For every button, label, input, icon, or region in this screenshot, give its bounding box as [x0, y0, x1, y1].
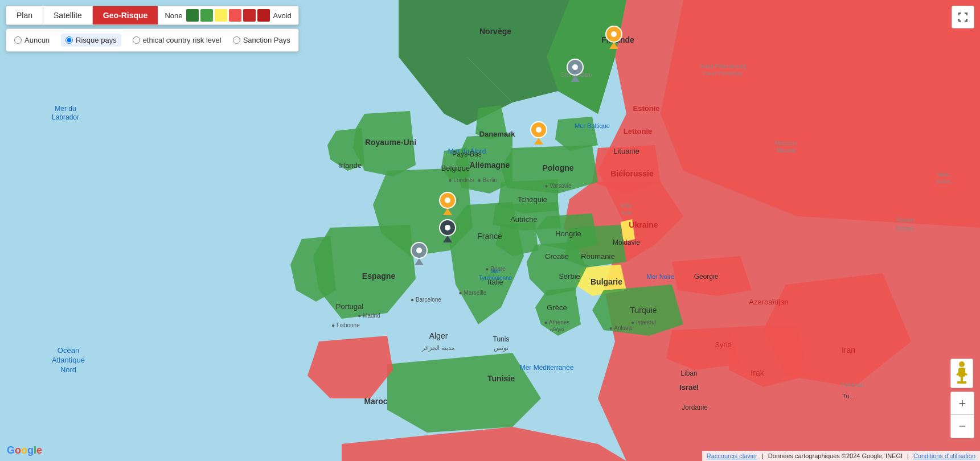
radio-ethical-input[interactable]: [133, 36, 140, 44]
svg-text:Estonie: Estonie: [633, 104, 660, 113]
svg-text:Syrie: Syrie: [715, 340, 732, 349]
map-footer: Raccourcis clavier | Données cartographi…: [702, 451, 980, 461]
legend-colors: [186, 9, 270, 22]
svg-text:● Ankara: ● Ankara: [609, 325, 632, 331]
svg-text:Liban: Liban: [680, 369, 697, 377]
svg-point-126: [445, 225, 450, 230]
color-dark-red: [243, 9, 256, 22]
svg-text:Ieka...: Ieka...: [937, 171, 953, 178]
svg-text:● Istanbul: ● Istanbul: [631, 319, 656, 326]
svg-text:Moscou: Moscou: [775, 139, 797, 146]
svg-text:Казань: Казань: [896, 225, 915, 232]
tab-satellite[interactable]: Satellite: [43, 6, 93, 24]
svg-text:Tchéquie: Tchéquie: [518, 195, 547, 204]
svg-text:Mer Méditerranée: Mer Méditerranée: [520, 364, 574, 372]
map-container: Océan Atlantique Nord Mer du Labrador Me…: [0, 0, 980, 461]
svg-point-117: [611, 31, 617, 37]
svg-point-120: [536, 127, 542, 133]
svg-text:Київ: Київ: [621, 210, 632, 216]
zoom-in-button[interactable]: +: [951, 392, 974, 415]
footer-map-data: Données cartographiques ©2024 Google, IN…: [768, 452, 903, 459]
radio-auncun[interactable]: Auncun: [14, 36, 50, 44]
radio-sanction[interactable]: Sanction Pays: [233, 36, 290, 44]
svg-text:● Rome: ● Rome: [485, 266, 506, 272]
svg-text:Pays-Bas: Pays-Bas: [452, 150, 481, 158]
svg-text:Tunisie: Tunisie: [487, 374, 515, 383]
svg-text:Danemark: Danemark: [479, 130, 516, 138]
svg-text:Géorgie: Géorgie: [694, 273, 719, 281]
radio-ethical[interactable]: ethical country risk level: [133, 36, 222, 44]
svg-point-129: [572, 64, 578, 70]
svg-point-123: [445, 197, 450, 203]
radio-ethical-label: ethical country risk level: [143, 36, 222, 44]
svg-text:مدينة الجزائر: مدينة الجزائر: [421, 344, 455, 352]
map-controls: Plan Satellite Geo-Risque None Avoid: [6, 6, 299, 52]
svg-text:Belgique: Belgique: [441, 164, 470, 172]
footer-separator2: |: [907, 452, 909, 459]
radio-risque-pays-input[interactable]: [65, 36, 73, 44]
svg-text:Kiev: Kiev: [621, 203, 632, 209]
svg-text:Irak: Irak: [751, 368, 764, 377]
radio-auncun-input[interactable]: [14, 36, 22, 44]
svg-text:France: France: [477, 232, 502, 241]
svg-text:Bulgarie: Bulgarie: [591, 277, 622, 286]
svg-text:Maroc: Maroc: [364, 397, 387, 406]
legend-avoid-label: Avoid: [273, 11, 292, 20]
svg-text:Pologne: Pologne: [542, 163, 573, 172]
svg-text:Océan: Océan: [58, 346, 79, 355]
svg-point-132: [416, 248, 422, 253]
svg-text:Iran: Iran: [842, 345, 855, 355]
fullscreen-icon: [958, 12, 968, 22]
svg-text:Labrador: Labrador: [52, 113, 79, 121]
radio-risque-pays[interactable]: Risque pays: [61, 34, 121, 47]
svg-text:Norvège: Norvège: [479, 27, 511, 36]
svg-text:Allemagne: Allemagne: [470, 160, 510, 170]
svg-text:● Varsovie: ● Varsovie: [545, 183, 572, 189]
svg-text:Alger: Alger: [429, 331, 448, 340]
zoom-out-button[interactable]: −: [951, 415, 974, 438]
svg-text:Serbie: Serbie: [559, 272, 580, 281]
svg-text:Saint-Pétersbourg: Saint-Pétersbourg: [700, 63, 747, 69]
svg-text:● Madrid: ● Madrid: [358, 312, 380, 319]
footer-terms[interactable]: Conditions d'utilisation: [913, 452, 975, 459]
svg-text:Téhéran: Téhéran: [841, 381, 864, 388]
footer-separator: |: [762, 452, 764, 459]
svg-text:Israël: Israël: [679, 383, 699, 392]
svg-text:Roumanie: Roumanie: [581, 252, 614, 261]
street-view-button[interactable]: [950, 359, 973, 388]
google-logo: Google: [7, 444, 42, 456]
bottom-right-controls: + −: [950, 359, 974, 438]
svg-marker-32: [387, 353, 541, 433]
legend-none-label: None: [165, 11, 182, 20]
svg-text:Italie: Italie: [487, 278, 503, 286]
svg-text:● Marseille: ● Marseille: [459, 290, 487, 296]
svg-text:Mer Noire: Mer Noire: [647, 273, 674, 280]
svg-text:Biélorussie: Biélorussie: [610, 169, 654, 178]
svg-text:Irlande: Irlande: [339, 161, 362, 170]
svg-text:● Barcelone: ● Barcelone: [411, 297, 441, 303]
radio-auncun-label: Auncun: [24, 36, 50, 44]
svg-text:Atlantique: Atlantique: [52, 356, 85, 364]
tab-georisque[interactable]: Geo-Risque: [93, 6, 158, 24]
svg-text:Turquie: Turquie: [630, 306, 657, 315]
svg-text:Mer Baltique: Mer Baltique: [575, 122, 610, 129]
color-dark-green: [186, 9, 199, 22]
svg-text:Nord: Nord: [60, 365, 76, 374]
svg-text:Espagne: Espagne: [362, 271, 396, 281]
svg-text:Jordanie: Jordanie: [682, 404, 708, 411]
svg-text:Mer du: Mer du: [55, 105, 76, 113]
radio-panel: Auncun Risque pays ethical country risk …: [6, 28, 299, 52]
color-green: [200, 9, 213, 22]
svg-point-133: [959, 361, 965, 367]
footer-shortcuts[interactable]: Raccourcis clavier: [707, 452, 757, 459]
tab-plan[interactable]: Plan: [6, 6, 43, 24]
color-red: [229, 9, 241, 22]
fullscreen-button[interactable]: [952, 6, 974, 28]
svg-text:Royaume-Uni: Royaume-Uni: [365, 138, 416, 147]
radio-sanction-input[interactable]: [233, 36, 240, 44]
color-darkest-red: [257, 9, 270, 22]
svg-text:Санкт-Петербург: Санкт-Петербург: [703, 71, 744, 76]
svg-text:● Berlin: ● Berlin: [478, 177, 497, 183]
svg-text:Kazan: Kazan: [896, 216, 914, 223]
svg-text:Αθήνα: Αθήνα: [550, 327, 564, 332]
